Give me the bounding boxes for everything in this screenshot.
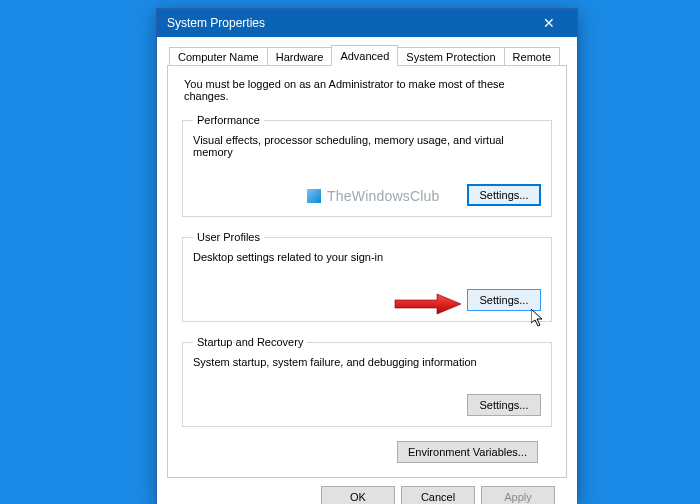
performance-desc: Visual effects, processor scheduling, me… — [193, 134, 541, 158]
environment-variables-button[interactable]: Environment Variables... — [397, 441, 538, 463]
admin-note: You must be logged on as an Administrato… — [184, 78, 552, 102]
window-title: System Properties — [167, 16, 529, 30]
dialog-buttons: OK Cancel Apply — [167, 478, 567, 504]
performance-title: Performance — [193, 114, 264, 126]
startup-desc: System startup, system failure, and debu… — [193, 356, 541, 368]
startup-settings-button[interactable]: Settings... — [467, 394, 541, 416]
tab-remote[interactable]: Remote — [504, 47, 561, 66]
user-profiles-title: User Profiles — [193, 231, 264, 243]
user-profiles-settings-button[interactable]: Settings... — [467, 289, 541, 311]
svg-marker-1 — [531, 309, 542, 326]
apply-button[interactable]: Apply — [481, 486, 555, 504]
tab-computer-name[interactable]: Computer Name — [169, 47, 268, 66]
advanced-tab-page: You must be logged on as an Administrato… — [167, 66, 567, 478]
tab-strip: Computer Name Hardware Advanced System P… — [167, 43, 567, 66]
system-properties-dialog: System Properties ✕ Computer Name Hardwa… — [156, 8, 578, 504]
client-area: Computer Name Hardware Advanced System P… — [157, 37, 577, 504]
mouse-cursor-icon — [531, 309, 547, 329]
tab-hardware[interactable]: Hardware — [267, 47, 333, 66]
cancel-button[interactable]: Cancel — [401, 486, 475, 504]
startup-title: Startup and Recovery — [193, 336, 307, 348]
user-profiles-desc: Desktop settings related to your sign-in — [193, 251, 541, 263]
close-icon[interactable]: ✕ — [529, 9, 569, 37]
ok-button[interactable]: OK — [321, 486, 395, 504]
user-profiles-group: User Profiles Desktop settings related t… — [182, 231, 552, 322]
performance-group: Performance Visual effects, processor sc… — [182, 114, 552, 217]
performance-settings-button[interactable]: Settings... — [467, 184, 541, 206]
startup-recovery-group: Startup and Recovery System startup, sys… — [182, 336, 552, 427]
tab-system-protection[interactable]: System Protection — [397, 47, 504, 66]
tab-advanced[interactable]: Advanced — [331, 45, 398, 66]
titlebar[interactable]: System Properties ✕ — [157, 9, 577, 37]
